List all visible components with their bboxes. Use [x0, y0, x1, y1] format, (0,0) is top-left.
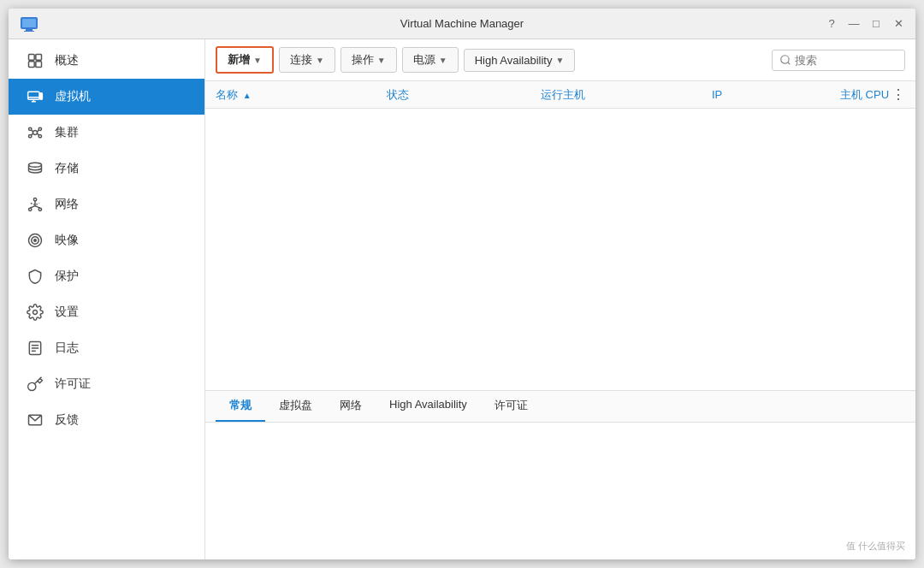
- sidebar-item-license[interactable]: 许可证: [9, 366, 204, 402]
- settings-label: 设置: [55, 305, 79, 320]
- col-name[interactable]: 名称 ▲: [216, 87, 387, 103]
- license-label: 许可证: [55, 376, 91, 392]
- column-headers: 名称 ▲ 状态 运行主机 IP 主机 CPU ⋮: [205, 81, 915, 109]
- col-status[interactable]: 状态: [387, 87, 541, 103]
- watermark: 值 什么值得买: [846, 540, 905, 553]
- help-button[interactable]: ?: [825, 17, 838, 31]
- storage-icon: [26, 159, 44, 178]
- protection-icon: [26, 267, 44, 286]
- svg-rect-1: [22, 19, 36, 27]
- power-chevron-icon: ▼: [439, 56, 447, 65]
- sidebar-item-feedback[interactable]: 反馈: [9, 402, 204, 438]
- svg-rect-4: [29, 55, 35, 61]
- tab-general[interactable]: 常规: [216, 391, 265, 422]
- toolbar: 新增 ▼ 连接 ▼ 操作 ▼ 电源 ▼ High Availability: [205, 39, 915, 81]
- tab-network[interactable]: 网络: [326, 391, 376, 422]
- svg-point-23: [33, 198, 36, 201]
- svg-point-16: [29, 135, 32, 138]
- svg-rect-12: [40, 93, 43, 100]
- power-button[interactable]: 电源 ▼: [402, 47, 459, 73]
- action-label: 操作: [352, 52, 374, 68]
- main-content: 新增 ▼ 连接 ▼ 操作 ▼ 电源 ▼ High Availability: [205, 39, 915, 559]
- svg-point-14: [29, 127, 32, 130]
- tab-ha[interactable]: High Availability: [376, 391, 481, 422]
- svg-line-19: [38, 130, 39, 132]
- titlebar: Virtual Machine Manager ? — □ ✕: [9, 9, 915, 39]
- storage-label: 存储: [55, 161, 79, 176]
- svg-line-20: [32, 133, 33, 135]
- sidebar: 概述 虚拟机: [9, 39, 205, 559]
- search-box: [772, 50, 905, 71]
- tab-virtual-disk[interactable]: 虚拟盘: [265, 391, 326, 422]
- sidebar-item-network[interactable]: 网络: [9, 186, 204, 222]
- close-button[interactable]: ✕: [891, 17, 905, 31]
- data-area: [205, 109, 915, 390]
- bottom-content: 值 什么值得买: [205, 423, 915, 559]
- window-title: Virtual Machine Manager: [400, 17, 524, 30]
- connect-chevron-icon: ▼: [316, 56, 324, 65]
- minimize-button[interactable]: —: [847, 17, 861, 31]
- svg-rect-2: [26, 29, 33, 31]
- connect-button[interactable]: 连接 ▼: [279, 47, 335, 73]
- overview-label: 概述: [55, 53, 79, 68]
- ha-button[interactable]: High Availability ▼: [464, 49, 576, 72]
- search-input[interactable]: [795, 54, 897, 67]
- sidebar-item-overview[interactable]: 概述: [9, 43, 204, 79]
- svg-line-28: [35, 206, 40, 209]
- svg-point-15: [38, 127, 41, 130]
- column-menu-icon[interactable]: ⋮: [891, 86, 905, 103]
- power-label: 电源: [413, 52, 435, 68]
- license-icon: [26, 375, 44, 393]
- svg-line-21: [38, 133, 39, 135]
- sidebar-item-protection[interactable]: 保护: [9, 258, 204, 294]
- overview-icon: [26, 51, 44, 70]
- ha-chevron-icon: ▼: [555, 56, 564, 65]
- new-chevron-icon: ▼: [253, 56, 262, 65]
- log-icon: [26, 339, 44, 358]
- protection-label: 保护: [55, 269, 79, 284]
- vm-label: 虚拟机: [55, 89, 91, 104]
- svg-rect-3: [24, 31, 34, 32]
- feedback-icon: [26, 411, 44, 429]
- new-button[interactable]: 新增 ▼: [216, 46, 274, 74]
- svg-point-13: [33, 131, 38, 135]
- sort-asc-icon: ▲: [243, 91, 252, 100]
- svg-point-31: [34, 240, 37, 242]
- sidebar-item-settings[interactable]: 设置: [9, 294, 204, 330]
- svg-point-38: [781, 56, 789, 63]
- vm-icon: [26, 87, 44, 106]
- action-button[interactable]: 操作 ▼: [341, 47, 397, 73]
- network-label: 网络: [55, 197, 79, 212]
- new-label: 新增: [228, 52, 250, 68]
- tab-license[interactable]: 许可证: [481, 391, 542, 422]
- app-body: 概述 虚拟机: [9, 39, 915, 559]
- image-label: 映像: [55, 233, 79, 248]
- maximize-button[interactable]: □: [869, 17, 883, 31]
- sidebar-item-vm[interactable]: 虚拟机: [9, 79, 204, 115]
- app-window: Virtual Machine Manager ? — □ ✕: [9, 9, 915, 559]
- sidebar-item-log[interactable]: 日志: [9, 330, 204, 366]
- cluster-icon: [26, 123, 44, 142]
- ha-label: High Availability: [475, 54, 553, 67]
- col-cpu[interactable]: 主机 CPU: [840, 87, 891, 103]
- log-label: 日志: [55, 340, 79, 356]
- svg-rect-6: [29, 62, 35, 68]
- action-chevron-icon: ▼: [377, 56, 386, 65]
- svg-line-18: [32, 130, 33, 132]
- sidebar-item-storage[interactable]: 存储: [9, 151, 204, 186]
- bottom-panel: 常规 虚拟盘 网络 High Availability 许可证: [205, 390, 915, 559]
- bottom-tabs: 常规 虚拟盘 网络 High Availability 许可证: [205, 391, 915, 423]
- svg-point-24: [29, 208, 32, 210]
- app-icon: [19, 14, 39, 34]
- sidebar-item-cluster[interactable]: 集群: [9, 115, 204, 151]
- window-controls: ? — □ ✕: [825, 17, 905, 31]
- svg-point-32: [33, 311, 38, 315]
- svg-rect-5: [36, 55, 42, 61]
- col-ip[interactable]: IP: [712, 88, 840, 101]
- col-host[interactable]: 运行主机: [541, 87, 712, 103]
- search-icon: [779, 54, 791, 66]
- svg-rect-8: [28, 92, 39, 99]
- settings-icon: [26, 303, 44, 322]
- sidebar-item-image[interactable]: 映像: [9, 222, 204, 258]
- svg-point-17: [38, 135, 41, 138]
